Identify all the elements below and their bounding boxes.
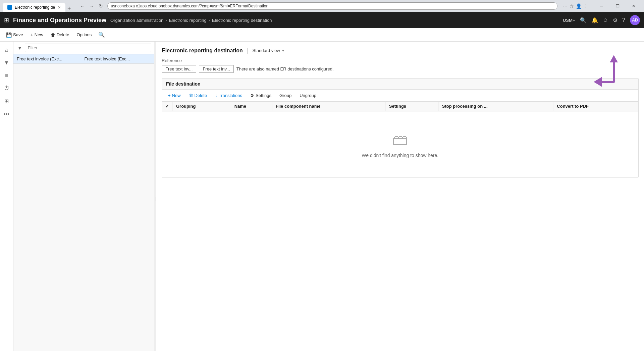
forward-button[interactable]: → (88, 3, 96, 9)
file-dest-toolbar: + New 🗑 Delete ↕ Translations ⚙ Settings… (162, 90, 638, 102)
breadcrumb-electronic-reporting[interactable]: Electronic reporting (169, 18, 207, 23)
dots-icon-button[interactable]: ••• (1, 108, 12, 120)
empty-state: 🗃 We didn't find anything to show here. (165, 113, 635, 175)
save-button[interactable]: 💾 Save (3, 31, 26, 39)
org-code: USMF (563, 18, 575, 23)
top-nav: ⊞ Finance and Operations Preview Organiz… (0, 12, 644, 28)
back-button[interactable]: ← (78, 3, 87, 9)
delete-label: Delete (57, 32, 69, 37)
delete-icon: 🗑 (51, 32, 55, 38)
select-all-header[interactable]: ✓ (162, 102, 173, 111)
list-item-col2: Free text invoice (Exc... (85, 56, 151, 61)
new-label: New (35, 32, 43, 37)
fd-delete-button[interactable]: 🗑 Delete (185, 92, 211, 99)
new-tab-button[interactable]: + (65, 5, 73, 12)
list-panel-toolbar: ▼ (13, 42, 154, 54)
ref-tag-1[interactable]: Free text inv... (162, 65, 196, 73)
help-icon[interactable]: ? (622, 17, 625, 23)
extensions-button[interactable]: ⋯ (563, 3, 568, 9)
list-icon-button[interactable]: ≡ (2, 70, 11, 81)
view-selector[interactable]: Standard view ▼ (253, 48, 285, 53)
clock-icon-button[interactable]: ⏱ (1, 83, 12, 94)
app-title: Finance and Operations Preview (13, 17, 106, 24)
plus-icon: + (168, 93, 171, 98)
filter-input[interactable] (25, 44, 151, 52)
empty-state-text: We didn't find anything to show here. (362, 153, 438, 158)
bell-icon[interactable]: 🔔 (591, 17, 598, 23)
user-avatar[interactable]: AD (630, 15, 640, 25)
fd-new-button[interactable]: + New (165, 92, 184, 99)
fd-group-button[interactable]: Group (276, 92, 295, 99)
reference-row: Free text inv... Free text inv... There … (162, 65, 639, 73)
nav-right: USMF 🔍 🔔 ☺ ⚙ ? AD (563, 15, 640, 25)
breadcrumb-sep-1: › (165, 18, 167, 23)
file-component-col-header: File component name (272, 102, 385, 111)
close-button[interactable]: ✕ (626, 1, 641, 11)
filter-icon-button[interactable]: ▼ (1, 57, 12, 68)
content-panel: Electronic reporting destination | Stand… (156, 42, 644, 351)
fd-settings-label: Settings (256, 93, 271, 98)
address-bar[interactable] (107, 2, 557, 10)
delete-button[interactable]: 🗑 Delete (47, 31, 73, 39)
options-label: Options (76, 32, 92, 37)
grouping-col-header: Grouping (173, 102, 231, 111)
settings-icon[interactable]: ⚙ (613, 17, 618, 23)
list-item-col1: Free text invoice (Exc... (17, 56, 83, 61)
chevron-down-icon: ▼ (281, 49, 285, 52)
list-item[interactable]: Free text invoice (Exc... Free text invo… (13, 54, 154, 64)
active-tab[interactable]: Electronic reporting de ✕ (3, 3, 65, 12)
ref-tag-2[interactable]: Free text inv... (199, 65, 233, 73)
refresh-button[interactable]: ↻ (97, 3, 105, 9)
grid-icon-button[interactable]: ⊞ (2, 95, 11, 107)
fd-new-label: New (172, 93, 181, 98)
name-col-header: Name (231, 102, 272, 111)
breadcrumb-org-admin[interactable]: Organization administration (110, 18, 163, 23)
page-title-divider: | (247, 47, 249, 54)
fd-delete-icon: 🗑 (189, 93, 193, 98)
breadcrumb-sep-2: › (209, 18, 210, 23)
stop-processing-col-header: Stop processing on ... (438, 102, 553, 111)
breadcrumb: Organization administration › Electronic… (110, 18, 559, 23)
fd-ungroup-button[interactable]: Ungroup (296, 92, 320, 99)
fd-translations-label: Translations (219, 93, 242, 98)
profile-button[interactable]: 👤 (576, 3, 582, 9)
browser-controls: ← → ↻ (78, 3, 105, 9)
main-layout: ⌂ ▼ ≡ ⏱ ⊞ ••• ▼ Free text invoice (Exc..… (0, 42, 644, 351)
options-button[interactable]: Options (73, 31, 95, 39)
toolbar-search-button[interactable]: 🔍 (96, 30, 108, 39)
save-icon: 💾 (6, 32, 12, 38)
tab-bar: Electronic reporting de ✕ + (3, 0, 73, 12)
empty-state-icon: 🗃 (392, 130, 408, 149)
convert-to-pdf-col-header: Convert to PDF (553, 102, 638, 111)
file-dest-header: File destination (162, 79, 638, 90)
translations-icon: ↕ (215, 93, 217, 98)
nav-grid-icon[interactable]: ⊞ (4, 16, 9, 24)
settings-col-header: Settings (385, 102, 438, 111)
tab-title: Electronic reporting de (15, 5, 55, 10)
restore-button[interactable]: ❐ (610, 1, 625, 11)
tab-close-button[interactable]: ✕ (58, 5, 61, 10)
fd-settings-button[interactable]: ⚙ Settings (247, 92, 275, 99)
reference-label: Reference (162, 58, 639, 63)
window-controls: ─ ❐ ✕ (594, 1, 641, 11)
fd-group-label: Group (279, 93, 291, 98)
page-header: Electronic reporting destination | Stand… (162, 47, 639, 54)
minimize-button[interactable]: ─ (594, 1, 609, 11)
search-icon[interactable]: 🔍 (580, 17, 587, 23)
smiley-icon[interactable]: ☺ (603, 17, 608, 23)
file-dest-grid: ✓ Grouping Name File component name Sett… (162, 102, 638, 177)
new-button[interactable]: + New (27, 31, 47, 39)
file-destination-section: File destination + New 🗑 Delete ↕ Transl… (162, 78, 639, 178)
fd-translations-button[interactable]: ↕ Translations (212, 92, 246, 99)
list-panel: ▼ Free text invoice (Exc... Free text in… (13, 42, 154, 351)
reference-section: Reference Free text inv... Free text inv… (162, 58, 639, 73)
breadcrumb-er-destination[interactable]: Electronic reporting destination (212, 18, 272, 23)
new-icon: + (31, 32, 33, 38)
page-title: Electronic reporting destination (162, 48, 243, 54)
favorites-button[interactable]: ☆ (570, 3, 574, 9)
view-label: Standard view (253, 48, 280, 53)
fd-delete-label: Delete (195, 93, 207, 98)
ref-notice: There are also named ER destinations con… (236, 66, 334, 71)
home-icon-button[interactable]: ⌂ (2, 44, 11, 56)
browser-menu-button[interactable]: ⋮ (584, 3, 588, 9)
